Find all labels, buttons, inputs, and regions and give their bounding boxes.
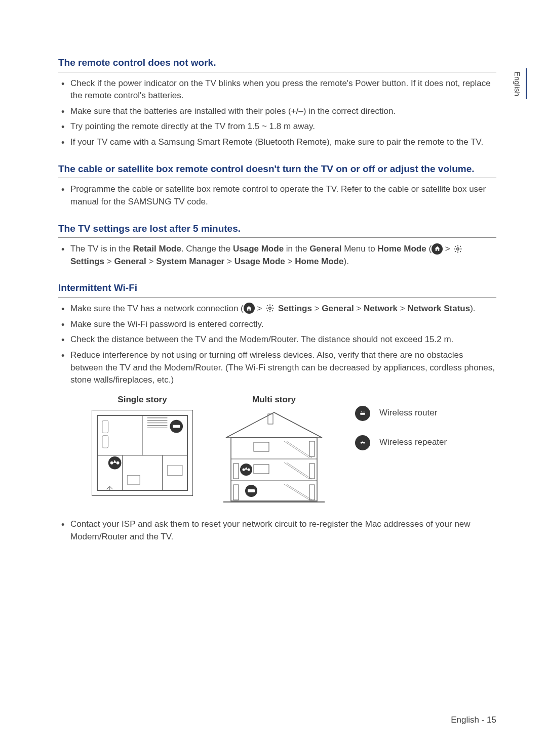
svg-rect-17 <box>167 466 182 476</box>
sep: > <box>312 304 322 313</box>
svg-rect-40 <box>233 485 239 500</box>
text: ). <box>343 257 348 266</box>
svg-rect-18 <box>127 476 140 485</box>
path-network: Network <box>364 304 398 313</box>
svg-point-0 <box>457 247 459 250</box>
diagram-multi-story: Multi story <box>223 394 325 507</box>
legend-row-router: Wireless router <box>355 406 447 421</box>
list-item: Make sure the TV has a network connectio… <box>69 303 496 315</box>
home-icon <box>244 303 255 314</box>
wifi-list: Make sure the TV has a network connectio… <box>58 303 496 387</box>
page-footer: English - 15 <box>451 714 496 727</box>
svg-rect-43 <box>309 441 315 456</box>
svg-line-29 <box>287 463 312 479</box>
svg-point-1 <box>269 307 271 310</box>
usage-mode-label: Usage Mode <box>233 244 284 254</box>
text: Menu to <box>341 244 377 254</box>
svg-line-28 <box>284 463 309 479</box>
svg-rect-38 <box>248 489 255 492</box>
svg-rect-13 <box>173 425 180 428</box>
svg-rect-33 <box>254 465 269 474</box>
svg-line-26 <box>284 441 309 458</box>
sep: > <box>398 304 407 313</box>
diagram-row: Single story <box>92 394 496 507</box>
section-title-settings: The TV settings are lost after 5 minutes… <box>58 222 496 238</box>
path-general: General <box>322 304 354 313</box>
house-illustration <box>223 410 325 506</box>
repeater-icon <box>355 435 370 450</box>
svg-point-46 <box>361 411 362 412</box>
section-title-cable: The cable or satellite box remote contro… <box>58 162 496 179</box>
gear-icon <box>264 303 276 314</box>
sep: > <box>146 257 156 266</box>
text: Make sure the TV has a network connectio… <box>70 304 244 313</box>
path-general: General <box>114 257 146 266</box>
sep: > <box>255 304 264 313</box>
list-item: The TV is in the Retail Mode. Change the… <box>69 243 496 268</box>
svg-line-31 <box>287 484 312 500</box>
home-mode-label: Home Mode <box>377 244 426 254</box>
sep: > <box>354 304 364 313</box>
router-icon <box>355 406 370 421</box>
list-item: If your TV came with a Samsung Smart Rem… <box>69 136 496 149</box>
path-settings: Settings <box>278 304 312 313</box>
svg-rect-41 <box>309 485 315 500</box>
general-label: General <box>309 244 341 254</box>
sep: > <box>285 257 295 266</box>
svg-line-27 <box>287 441 312 458</box>
section-title-wifi: Intermittent Wi-Fi <box>58 281 496 298</box>
legend-row-repeater: Wireless repeater <box>355 435 447 450</box>
svg-rect-42 <box>309 464 315 479</box>
cable-list: Programme the cable or satellite box rem… <box>58 183 496 208</box>
text: in the <box>284 244 309 254</box>
section-title-remote: The remote control does not work. <box>58 56 496 72</box>
diagram-caption-single: Single story <box>92 394 193 406</box>
path-network-status: Network Status <box>407 304 470 313</box>
sep: > <box>224 257 234 266</box>
svg-marker-21 <box>226 412 322 438</box>
list-item: Reduce interference by not using or turn… <box>69 349 496 387</box>
list-item: Make sure the Wi-Fi password is entered … <box>69 318 496 331</box>
settings-list: The TV is in the Retail Mode. Change the… <box>58 243 496 268</box>
svg-rect-39 <box>233 464 239 479</box>
list-item: Contact your ISP and ask them to reset y… <box>69 518 496 543</box>
svg-point-15 <box>110 461 113 465</box>
diagram-single-story: Single story <box>92 394 193 496</box>
path-home-mode: Home Mode <box>295 257 343 266</box>
diagram-caption-multi: Multi story <box>223 394 325 406</box>
diagram-legend: Wireless router Wireless repeater <box>355 394 447 450</box>
svg-line-30 <box>284 484 309 500</box>
floorplan-illustration <box>92 410 193 496</box>
sep: > <box>443 244 452 254</box>
svg-rect-20 <box>102 436 108 448</box>
text: ). <box>470 304 475 313</box>
list-item: Make sure that the batteries are install… <box>69 105 496 118</box>
list-item: Programme the cable or satellite box rem… <box>69 183 496 208</box>
list-item: Check the distance between the TV and th… <box>69 333 496 346</box>
gear-icon <box>452 243 463 255</box>
path-system-manager: System Manager <box>156 257 224 266</box>
svg-point-47 <box>364 411 364 412</box>
sep: > <box>104 257 114 266</box>
wifi-list-after: Contact your ISP and ask them to reset y… <box>58 518 496 543</box>
legend-label-repeater: Wireless repeater <box>379 436 447 449</box>
settings-label: Settings <box>70 257 104 266</box>
svg-point-35 <box>243 469 245 471</box>
home-icon <box>432 243 443 255</box>
svg-rect-32 <box>254 442 269 451</box>
remote-list: Check if the power indicator on the TV b… <box>58 77 496 149</box>
list-item: Try pointing the remote directly at the … <box>69 120 496 133</box>
svg-rect-45 <box>360 412 365 414</box>
text: ( <box>426 244 432 254</box>
svg-point-36 <box>248 469 250 471</box>
text: The TV is in the <box>70 244 133 254</box>
language-tab: English <box>512 68 527 99</box>
retail-mode-label: Retail Mode <box>133 244 181 254</box>
svg-rect-19 <box>102 421 108 433</box>
list-item: Check if the power indicator on the TV b… <box>69 77 496 102</box>
legend-label-router: Wireless router <box>379 407 437 419</box>
svg-point-16 <box>116 461 120 465</box>
text: . Change the <box>181 244 233 254</box>
path-usage-mode: Usage Mode <box>235 257 285 266</box>
